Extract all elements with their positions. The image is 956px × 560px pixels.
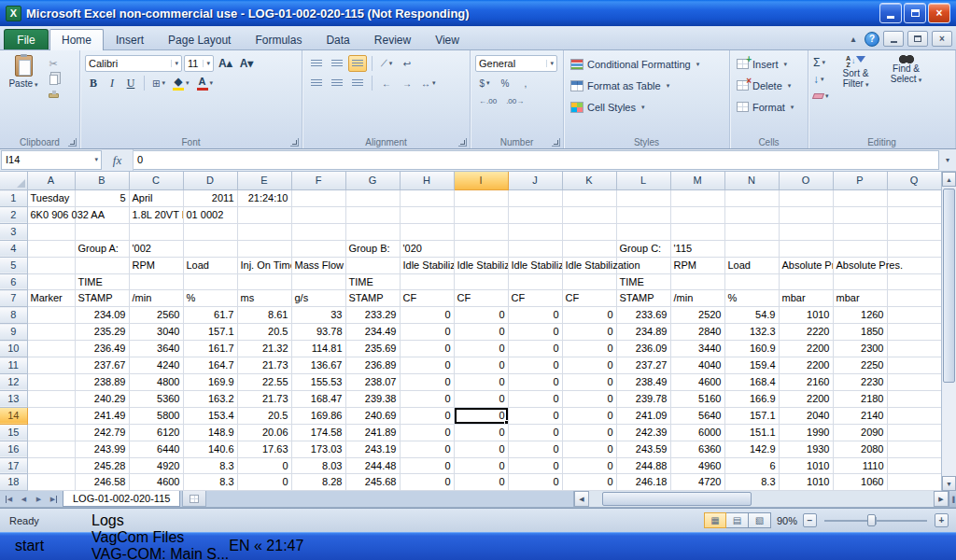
cell-C18[interactable]: 4600 — [129, 474, 183, 491]
cell-Q11[interactable] — [887, 357, 941, 374]
cell-G5[interactable] — [345, 257, 400, 273]
cell-P5[interactable]: Absolute Pres. — [833, 257, 887, 273]
column-header-G[interactable]: G — [345, 172, 400, 190]
cell-Q6[interactable] — [887, 273, 941, 290]
cell-F3[interactable] — [291, 223, 345, 240]
cell-N8[interactable]: 54.9 — [724, 307, 779, 324]
row-header-14[interactable]: 14 — [0, 407, 27, 424]
bottom-align-button[interactable] — [348, 55, 367, 72]
cell-F5[interactable]: Mass Flow — [291, 257, 345, 273]
cell-P16[interactable]: 2080 — [833, 441, 887, 457]
cell-G9[interactable]: 234.49 — [345, 324, 400, 341]
cell-E15[interactable]: 20.06 — [237, 424, 291, 441]
cell-A3[interactable] — [27, 223, 75, 240]
workbook-close-button[interactable]: × — [932, 31, 952, 47]
cell-A6[interactable] — [27, 273, 75, 290]
cell-C12[interactable]: 4800 — [129, 373, 183, 390]
font-dialog-launcher[interactable] — [290, 138, 299, 147]
cell-H9[interactable]: 0 — [400, 324, 454, 341]
cell-K12[interactable]: 0 — [562, 373, 616, 390]
cell-H10[interactable]: 0 — [400, 341, 454, 357]
cell-H12[interactable]: 0 — [400, 373, 454, 390]
cell-B12[interactable]: 238.89 — [75, 373, 129, 390]
cell-C8[interactable]: 2560 — [129, 307, 183, 324]
previous-sheet-button[interactable]: ◀ — [17, 493, 31, 506]
cell-H2[interactable] — [400, 206, 454, 223]
cell-Q10[interactable] — [887, 341, 941, 357]
cell-I18[interactable]: 0 — [454, 474, 508, 491]
cell-M5[interactable]: RPM — [670, 257, 724, 273]
ribbon-tab-home[interactable]: Home — [49, 29, 104, 50]
cell-H13[interactable]: 0 — [400, 390, 454, 407]
column-header-O[interactable]: O — [779, 172, 833, 190]
cell-E4[interactable] — [237, 240, 291, 257]
cell-Q18[interactable] — [887, 474, 941, 491]
cell-F12[interactable]: 155.53 — [291, 373, 345, 390]
cell-O12[interactable]: 2160 — [779, 373, 833, 390]
cell-D11[interactable]: 164.7 — [183, 357, 237, 374]
cell-K3[interactable] — [562, 223, 616, 240]
cell-J18[interactable]: 0 — [508, 474, 562, 491]
last-sheet-button[interactable]: ▶ — [47, 493, 61, 506]
cell-J5[interactable]: Idle Stabilization — [508, 257, 562, 273]
cell-H11[interactable]: 0 — [400, 357, 454, 374]
cell-A12[interactable] — [27, 373, 75, 390]
column-header-J[interactable]: J — [508, 172, 562, 190]
scroll-left-icon[interactable]: ◀ — [574, 491, 589, 507]
cell-P14[interactable]: 2140 — [833, 407, 887, 424]
cell-K17[interactable]: 0 — [562, 457, 616, 474]
cell-O11[interactable]: 2200 — [779, 357, 833, 374]
select-all-corner[interactable] — [0, 172, 27, 190]
cell-G2[interactable] — [345, 206, 400, 223]
cell-O6[interactable] — [779, 273, 833, 290]
cell-J6[interactable] — [508, 273, 562, 290]
cell-P6[interactable] — [833, 273, 887, 290]
row-header-11[interactable]: 11 — [0, 357, 27, 374]
cell-D13[interactable]: 163.2 — [183, 390, 237, 407]
cell-I14[interactable]: 0 — [454, 407, 508, 424]
horizontal-scrollbar[interactable]: ◀ ▶ ▐ — [573, 491, 956, 507]
file-tab[interactable]: File — [4, 29, 49, 49]
row-header-17[interactable]: 17 — [0, 457, 27, 474]
cell-N18[interactable]: 8.3 — [724, 474, 779, 491]
conditional-formatting-button[interactable]: Conditional Formatting — [570, 54, 724, 74]
cell-A9[interactable] — [27, 324, 75, 341]
cell-N14[interactable]: 157.1 — [724, 407, 779, 424]
cell-P9[interactable]: 1850 — [833, 324, 887, 341]
increase-decimal-button[interactable]: ←.00 — [475, 94, 500, 108]
middle-align-button[interactable] — [328, 55, 346, 72]
column-header-K[interactable]: K — [562, 172, 616, 190]
format-as-table-button[interactable]: Format as Table — [570, 76, 724, 95]
cell-A5[interactable] — [27, 257, 75, 273]
row-header-1[interactable]: 1 — [0, 190, 27, 207]
cell-O8[interactable]: 1010 — [779, 307, 833, 324]
fill-color-button[interactable]: ◆ — [170, 75, 192, 91]
cell-L17[interactable]: 244.88 — [616, 457, 670, 474]
cell-F9[interactable]: 93.78 — [291, 324, 345, 341]
decrease-decimal-button[interactable]: .00→ — [502, 94, 527, 108]
cell-D7[interactable]: % — [183, 290, 237, 307]
cell-D3[interactable] — [183, 223, 237, 240]
cell-L14[interactable]: 241.09 — [616, 407, 670, 424]
cell-I6[interactable] — [454, 273, 508, 290]
cell-A18[interactable] — [27, 474, 75, 491]
copy-icon[interactable] — [44, 72, 63, 87]
cell-M13[interactable]: 5160 — [670, 390, 724, 407]
cell-J2[interactable] — [508, 206, 562, 223]
cell-K1[interactable] — [562, 190, 616, 207]
cell-P18[interactable]: 1060 — [833, 474, 887, 491]
cell-J1[interactable] — [508, 190, 562, 207]
column-header-A[interactable]: A — [27, 172, 75, 190]
cell-F14[interactable]: 169.86 — [291, 407, 345, 424]
cell-D16[interactable]: 140.6 — [183, 441, 237, 457]
minimize-ribbon-icon[interactable]: ▴ — [846, 32, 861, 47]
column-header-N[interactable]: N — [724, 172, 779, 190]
cell-Q9[interactable] — [887, 324, 941, 341]
bold-button[interactable]: B — [85, 76, 102, 91]
cell-P8[interactable]: 1260 — [833, 307, 887, 324]
cell-A2[interactable]: 6K0 906 032 AA — [27, 206, 75, 223]
cell-F2[interactable] — [291, 206, 345, 223]
cell-L18[interactable]: 246.18 — [616, 474, 670, 491]
cell-C5[interactable]: RPM — [129, 257, 183, 273]
cell-F11[interactable]: 136.67 — [291, 357, 345, 374]
